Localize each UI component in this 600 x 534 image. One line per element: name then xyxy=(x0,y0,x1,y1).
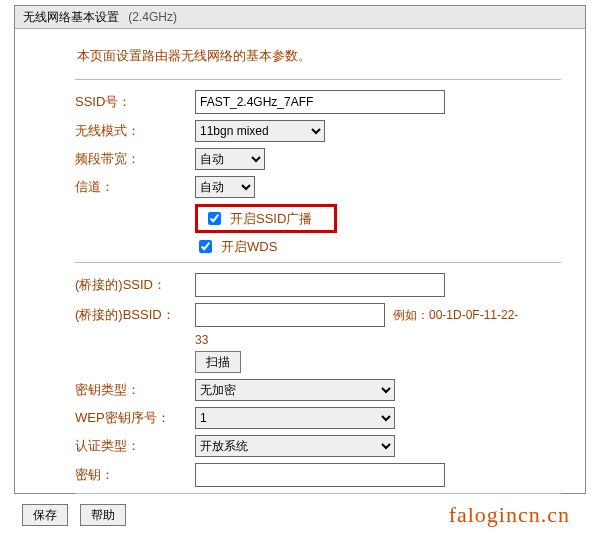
input-key[interactable] xyxy=(195,463,445,487)
row-auth-type: 认证类型： 开放系统 xyxy=(75,435,561,457)
select-auth-type[interactable]: 开放系统 xyxy=(195,435,395,457)
title-bar: 无线网络基本设置 (2.4GHz) xyxy=(15,6,585,29)
select-channel[interactable]: 自动 xyxy=(195,176,255,198)
title-text: 无线网络基本设置 xyxy=(23,10,119,24)
label-bandwidth: 频段带宽： xyxy=(75,150,195,168)
row-wds: 开启WDS xyxy=(195,237,561,256)
label-auth-type: 认证类型： xyxy=(75,437,195,455)
label-key-type: 密钥类型： xyxy=(75,381,195,399)
label-key: 密钥： xyxy=(75,466,195,484)
select-bandwidth[interactable]: 自动 xyxy=(195,148,265,170)
panel-content: 本页面设置路由器无线网络的基本参数。 SSID号： 无线模式： 11bgn mi… xyxy=(15,29,585,512)
row-bridge-ssid: (桥接的)SSID： xyxy=(75,273,561,297)
row-mode: 无线模式： 11bgn mixed xyxy=(75,120,561,142)
select-key-type[interactable]: 无加密 xyxy=(195,379,395,401)
title-band: (2.4GHz) xyxy=(128,10,177,24)
row-key-type: 密钥类型： 无加密 xyxy=(75,379,561,401)
row-wep-index: WEP密钥序号： 1 xyxy=(75,407,561,429)
watermark: falogincn.cn xyxy=(449,502,570,528)
row-scan: 扫描 xyxy=(195,351,561,373)
settings-panel: 无线网络基本设置 (2.4GHz) 本页面设置路由器无线网络的基本参数。 SSI… xyxy=(14,5,586,494)
row-ssid-broadcast: 开启SSID广播 xyxy=(195,204,561,233)
input-bridge-bssid[interactable] xyxy=(195,303,385,327)
highlight-ssid-broadcast: 开启SSID广播 xyxy=(195,204,337,233)
separator xyxy=(75,79,561,80)
label-wep-index: WEP密钥序号： xyxy=(75,409,195,427)
label-channel: 信道： xyxy=(75,178,195,196)
select-mode[interactable]: 11bgn mixed xyxy=(195,120,325,142)
label-bridge-ssid: (桥接的)SSID： xyxy=(75,276,195,294)
select-wep-index[interactable]: 1 xyxy=(195,407,395,429)
checkbox-wds[interactable] xyxy=(199,240,212,253)
row-ssid: SSID号： xyxy=(75,90,561,114)
input-ssid[interactable] xyxy=(195,90,445,114)
row-bridge-bssid: (桥接的)BSSID： 例如：00-1D-0F-11-22- xyxy=(75,303,561,327)
separator xyxy=(75,493,561,494)
row-bandwidth: 频段带宽： 自动 xyxy=(75,148,561,170)
bottom-buttons: 保存 帮助 xyxy=(22,504,126,526)
label-bridge-bssid: (桥接的)BSSID： xyxy=(75,306,195,324)
label-wds: 开启WDS xyxy=(221,238,277,256)
separator xyxy=(75,262,561,263)
label-ssid: SSID号： xyxy=(75,93,195,111)
save-button[interactable]: 保存 xyxy=(22,504,68,526)
input-bridge-ssid[interactable] xyxy=(195,273,445,297)
scan-button[interactable]: 扫描 xyxy=(195,351,241,373)
label-mode: 无线模式： xyxy=(75,122,195,140)
label-ssid-broadcast: 开启SSID广播 xyxy=(230,210,312,228)
hint-bssid: 例如：00-1D-0F-11-22- xyxy=(393,307,518,324)
row-channel: 信道： 自动 xyxy=(75,176,561,198)
checkbox-ssid-broadcast[interactable] xyxy=(208,212,221,225)
help-button[interactable]: 帮助 xyxy=(80,504,126,526)
hint-bssid-suffix: 33 xyxy=(195,333,561,347)
page: 无线网络基本设置 (2.4GHz) 本页面设置路由器无线网络的基本参数。 SSI… xyxy=(0,0,600,534)
intro-text: 本页面设置路由器无线网络的基本参数。 xyxy=(77,47,561,65)
row-key: 密钥： xyxy=(75,463,561,487)
